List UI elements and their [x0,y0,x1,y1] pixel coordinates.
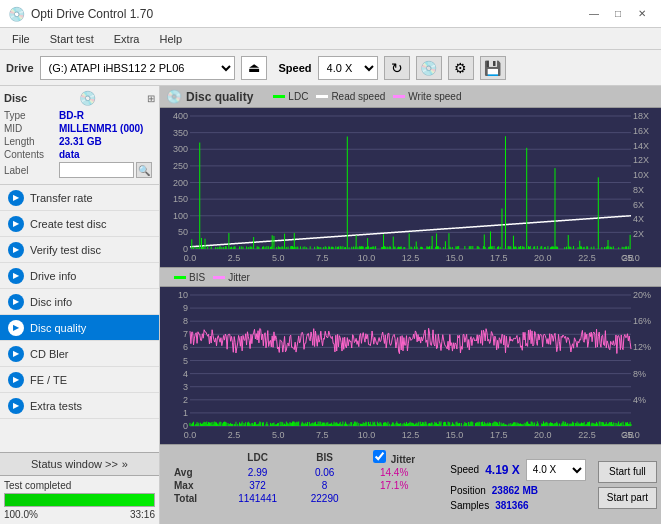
top-chart-canvas [160,108,661,267]
left-panel: Disc 💿 ⊞ Type BD-R MID MILLENMR1 (000) L… [0,86,160,524]
create-test-disc-label: Create test disc [30,218,106,230]
maximize-button[interactable]: □ [607,5,629,23]
drive-label: Drive [6,62,34,74]
disc-length-row: Length 23.31 GB [4,136,155,147]
nav-disc-info[interactable]: ▶ Disc info [0,289,159,315]
chart-top [160,108,661,267]
verify-test-disc-icon: ▶ [8,242,24,258]
main-layout: Disc 💿 ⊞ Type BD-R MID MILLENMR1 (000) L… [0,86,661,524]
write-speed-color [393,95,405,98]
samples-static-label: Samples [450,500,489,511]
length-value: 23.31 GB [59,136,102,147]
nav-cd-bler[interactable]: ▶ CD Bler [0,341,159,367]
extra-tests-icon: ▶ [8,398,24,414]
max-bis: 8 [295,479,354,492]
menu-start-test[interactable]: Start test [42,31,102,47]
create-test-disc-icon: ▶ [8,216,24,232]
avg-bis: 0.06 [295,466,354,479]
jitter-checkbox[interactable] [373,450,386,463]
menu-extra[interactable]: Extra [106,31,148,47]
menubar: File Start test Extra Help [0,28,661,50]
disc-change-icon: ⊞ [147,93,155,104]
close-button[interactable]: ✕ [631,5,653,23]
jitter-col-header: Jitter [354,449,434,466]
disc-quality-label: Disc quality [30,322,86,334]
label-edit-button[interactable]: 🔍 [136,162,152,178]
settings-button[interactable]: ⚙ [448,56,474,80]
disc-type-row: Type BD-R [4,110,155,121]
start-part-button[interactable]: Start part [598,487,657,509]
contents-value: data [59,149,80,160]
label-label: Label [4,165,59,176]
right-content: 💿 Disc quality LDC Read speed Write spee… [160,86,661,524]
drive-toolbar: Drive (G:) ATAPI iHBS112 2 PL06 ⏏ Speed … [0,50,661,86]
disc-section: Disc 💿 ⊞ Type BD-R MID MILLENMR1 (000) L… [0,86,159,185]
speed-select[interactable]: 4.0 X 1.0 X 2.0 X 8.0 X [318,56,378,80]
disc-title: Disc [4,92,27,104]
transfer-rate-label: Transfer rate [30,192,93,204]
bis-col-header: BIS [295,449,354,466]
nav-fe-te[interactable]: ▶ FE / TE [0,367,159,393]
stats-table: LDC BIS Jitter Avg 2.99 0.06 [160,445,442,524]
app-title: Opti Drive Control 1.70 [31,7,153,21]
fe-te-icon: ▶ [8,372,24,388]
samples-row: Samples 381366 [450,500,586,511]
eject-button[interactable]: ⏏ [241,56,267,80]
speed-bottom-select[interactable]: 4.0 X [526,459,586,481]
nav-items: ▶ Transfer rate ▶ Create test disc ▶ Ver… [0,185,159,452]
progress-row: 100.0% 33:16 [4,509,155,520]
disc-header: Disc 💿 ⊞ [4,90,155,106]
drive-info-label: Drive info [30,270,76,282]
disc-icon-button[interactable]: 💿 [416,56,442,80]
samples-value: 381366 [495,500,528,511]
nav-transfer-rate[interactable]: ▶ Transfer rate [0,185,159,211]
bis-label: BIS [189,272,205,283]
menu-file[interactable]: File [4,31,38,47]
mid-value: MILLENMR1 (000) [59,123,143,134]
chart-legend: LDC Read speed Write speed [273,91,461,102]
titlebar: 💿 Opti Drive Control 1.70 — □ ✕ [0,0,661,28]
disc-label-input[interactable] [59,162,134,178]
disc-fields: Type BD-R MID MILLENMR1 (000) Length 23.… [4,110,155,178]
nav-create-test-disc[interactable]: ▶ Create test disc [0,211,159,237]
avg-label: Avg [168,466,220,479]
position-value: 23862 MB [492,485,538,496]
progress-percent: 100.0% [4,509,38,520]
read-speed-color [316,95,328,98]
ldc-color [273,95,285,98]
start-full-button[interactable]: Start full [598,461,657,483]
position-row: Position 23862 MB [450,485,586,496]
fe-te-label: FE / TE [30,374,67,386]
nav-extra-tests[interactable]: ▶ Extra tests [0,393,159,419]
chart-header: 💿 Disc quality LDC Read speed Write spee… [160,86,661,108]
total-bis: 22290 [295,492,354,505]
nav-disc-quality[interactable]: ▶ Disc quality [0,315,159,341]
bis-color [174,276,186,279]
minimize-button[interactable]: — [583,5,605,23]
max-ldc: 372 [220,479,295,492]
refresh-button[interactable]: ↻ [384,56,410,80]
chart-title-text: Disc quality [186,90,253,104]
total-jitter [354,492,434,505]
nav-verify-test-disc[interactable]: ▶ Verify test disc [0,237,159,263]
legend-ldc: LDC [273,91,308,102]
drive-select[interactable]: (G:) ATAPI iHBS112 2 PL06 [40,56,235,80]
legend-write-speed: Write speed [393,91,461,102]
progress-bar-fill [5,494,154,506]
menu-help[interactable]: Help [151,31,190,47]
extra-tests-label: Extra tests [30,400,82,412]
save-button[interactable]: 💾 [480,56,506,80]
total-label: Total [168,492,220,505]
type-label: Type [4,110,59,121]
speed-value: 4.19 X [485,463,520,477]
nav-drive-info[interactable]: ▶ Drive info [0,263,159,289]
chart2-legend-bar: BIS Jitter [160,267,661,287]
contents-label: Contents [4,149,59,160]
type-value: BD-R [59,110,84,121]
ldc-label: LDC [288,91,308,102]
status-window-button[interactable]: Status window >> » [0,452,159,476]
stats-bar: LDC BIS Jitter Avg 2.99 0.06 [160,444,661,524]
action-buttons: Start full Start part [594,445,661,524]
disc-info-icon: ▶ [8,294,24,310]
legend-jitter: Jitter [213,272,250,283]
